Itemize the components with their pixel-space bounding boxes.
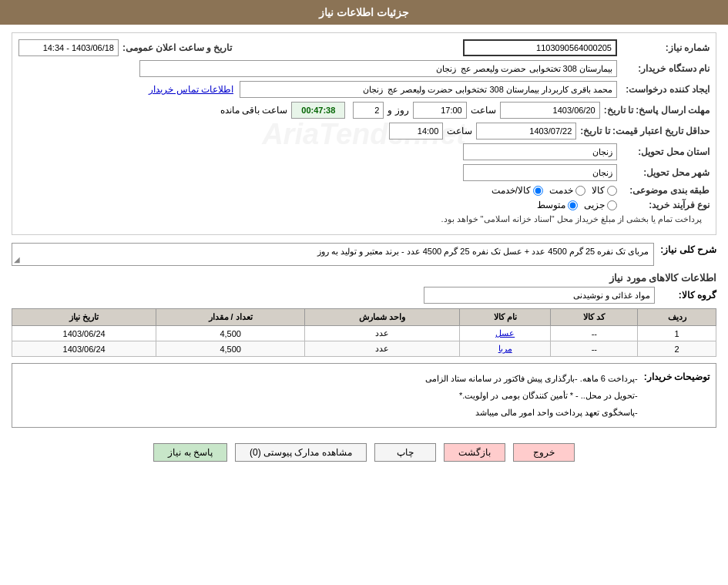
radio-khedmat-input[interactable]	[575, 186, 585, 196]
ettelaat-link[interactable]: اطلاعات تماس خریدار	[149, 84, 233, 95]
bazgasht-button[interactable]: بازگشت	[444, 443, 505, 462]
ostan-label: استان محل تحویل:	[617, 146, 710, 157]
tozihat-line: -پاسخگوی تعهد پرداخت واحد امور مالی میبا…	[18, 404, 638, 421]
mohlat-saat-input[interactable]	[413, 102, 467, 119]
cell-name[interactable]: مربا	[460, 341, 551, 357]
row-hadaqal: حداقل تاریخ اعتبار قیمت: تا تاریخ: ساعت	[18, 123, 710, 140]
page-title: جزئیات اطلاعات نیاز	[319, 6, 409, 18]
page-header: جزئیات اطلاعات نیاز	[0, 0, 728, 25]
cell-kod: --	[551, 341, 638, 357]
hadaqal-date-input[interactable]	[476, 123, 576, 140]
col-name: نام کالا	[460, 309, 551, 326]
row-ostan: استان محل تحویل:	[18, 143, 710, 160]
sharh-box: مربای تک نفره 25 گرم 4500 عدد + عسل تک ن…	[12, 243, 654, 266]
table-row: 1 -- عسل عدد 4,500 1403/06/24	[12, 326, 716, 341]
tozihat-section: توضیحات خریدار: -پرداخت 6 ماهه. -بارگذار…	[12, 363, 716, 428]
goroh-kala-label: گروه کالا:	[655, 290, 716, 301]
cell-kod: --	[551, 326, 638, 341]
col-tarikh: تاریخ نیاز	[12, 309, 156, 326]
tozihat-content: -پرداخت 6 ماهه. -بارگذاری پیش فاکتور در …	[18, 370, 638, 421]
radio-kala[interactable]: کالا	[592, 185, 617, 196]
resize-icon: ◢	[14, 255, 20, 264]
pardakht-text: پرداخت تمام یا بخشی از مبلغ خریداز محل "…	[441, 214, 702, 224]
row-ijad: ایجاد کننده درخواست: اطلاعات تماس خریدار	[18, 81, 710, 98]
saat-label: ساعت	[471, 105, 496, 116]
col-tedad: تعداد / مقدار	[156, 309, 305, 326]
dastgah-label: نام دستگاه خریدار:	[617, 63, 710, 74]
row-mohlat: مهلت ارسال پاسخ: تا تاریخ: ساعت روز و 00…	[18, 102, 710, 119]
cell-tarikh: 1403/06/24	[12, 341, 156, 357]
roz-label: روز و	[387, 105, 408, 116]
mohlat-roz-input[interactable]	[353, 102, 384, 119]
sharh-row: شرح کلی نیاز: مربای تک نفره 25 گرم 4500 …	[12, 243, 716, 266]
moshahed-button[interactable]: مشاهده مدارک پیوستی (0)	[235, 443, 367, 462]
table-body: 1 -- عسل عدد 4,500 1403/06/24 2 -- مربا …	[12, 326, 716, 357]
shomara-label: شماره نیاز:	[617, 42, 710, 53]
cell-vahed: عدد	[305, 326, 460, 341]
cell-tarikh: 1403/06/24	[12, 326, 156, 341]
shahr-label: شهر محل تحویل:	[617, 167, 710, 178]
radio-motavaset-label: متوسط	[537, 200, 565, 210]
goroh-kala-input[interactable]	[424, 287, 655, 304]
radio-kala-khedmat-input[interactable]	[533, 186, 543, 196]
tozihat-row: توضیحات خریدار: -پرداخت 6 ماهه. -بارگذار…	[18, 370, 710, 421]
shomara-input[interactable]	[463, 39, 617, 56]
nove-label: نوع فرآیند خرید:	[617, 200, 710, 210]
sharh-label: شرح کلی نیاز:	[654, 243, 716, 255]
timer-value: 00:47:38	[301, 106, 335, 115]
table-header: ردیف کد کالا نام کالا واحد شمارش تعداد /…	[12, 309, 716, 326]
col-kod: کد کالا	[551, 309, 638, 326]
row-shahr: شهر محل تحویل:	[18, 164, 710, 181]
cell-tedad: 4,500	[156, 326, 305, 341]
radio-khedmat[interactable]: خدمت	[549, 185, 585, 196]
cell-tedad: 4,500	[156, 341, 305, 357]
baqi-label: ساعت باقی مانده	[220, 105, 288, 116]
row-shomara: شماره نیاز: تاریخ و ساعت اعلان عمومی:	[18, 39, 710, 56]
col-radif: ردیف	[638, 309, 716, 326]
radio-khedmat-label: خدمت	[549, 185, 573, 196]
cell-vahed: عدد	[305, 341, 460, 357]
radio-kala-khedmat-label: کالا/خدمت	[491, 185, 531, 196]
content-area: AriaTender.net شماره نیاز: تاریخ و ساعت …	[0, 25, 728, 481]
ijad-input[interactable]	[240, 81, 617, 98]
shahr-input[interactable]	[463, 164, 617, 181]
radio-jozii[interactable]: جزیی	[584, 200, 617, 210]
radio-jozii-label: جزیی	[584, 200, 605, 210]
kala-section-title: اطلاعات کالاهای مورد نیاز	[12, 272, 716, 284]
radio-motavaset[interactable]: متوسط	[537, 200, 578, 210]
pasokh-button[interactable]: پاسخ به نیاز	[153, 443, 227, 462]
radio-kala-label: کالا	[592, 185, 605, 196]
radio-kala-input[interactable]	[607, 186, 617, 196]
tabaqe-radio-group: کالا خدمت کالا/خدمت	[491, 185, 617, 196]
timer-box: 00:47:38	[291, 102, 345, 119]
hadaqal-label: حداقل تاریخ اعتبار قیمت: تا تاریخ:	[576, 126, 710, 136]
khoroj-button[interactable]: خروج	[513, 443, 575, 462]
dastgah-input[interactable]	[139, 60, 617, 77]
bottom-bar: پاسخ به نیاز مشاهده مدارک پیوستی (0) چاپ…	[12, 435, 716, 473]
radio-jozii-input[interactable]	[607, 200, 617, 210]
main-form: AriaTender.net شماره نیاز: تاریخ و ساعت …	[12, 32, 716, 235]
mohlat-label: مهلت ارسال پاسخ: تا تاریخ:	[600, 105, 710, 116]
col-vahed: واحد شمارش	[305, 309, 460, 326]
tabaqe-label: طبقه بندی موضوعی:	[617, 185, 710, 196]
row-nove: نوع فرآیند خرید: جزیی متوسط	[18, 200, 710, 210]
hadaqal-saat-input[interactable]	[389, 123, 443, 140]
ostan-input[interactable]	[463, 143, 617, 160]
mohlat-date-input[interactable]	[500, 102, 600, 119]
row-tabaqe: طبقه بندی موضوعی: کالا خدمت کالا/خدمت	[18, 185, 710, 196]
page-wrapper: جزئیات اطلاعات نیاز AriaTender.net شماره…	[0, 0, 728, 585]
ijad-label: ایجاد کننده درخواست:	[617, 84, 710, 95]
chap-button[interactable]: چاپ	[374, 443, 436, 462]
sharh-value: مربای تک نفره 25 گرم 4500 عدد + عسل تک ن…	[317, 247, 649, 256]
radio-motavaset-input[interactable]	[568, 200, 578, 210]
kala-table: ردیف کد کالا نام کالا واحد شمارش تعداد /…	[12, 308, 716, 357]
goroh-kala-row: گروه کالا:	[12, 287, 716, 304]
cell-radif: 1	[638, 326, 716, 341]
row-pardakht: پرداخت تمام یا بخشی از مبلغ خریداز محل "…	[18, 214, 710, 224]
radio-kala-khedmat[interactable]: کالا/خدمت	[491, 185, 543, 196]
tozihat-label: توضیحات خریدار:	[638, 370, 710, 382]
table-row: 2 -- مربا عدد 4,500 1403/06/24	[12, 341, 716, 357]
tarikh-input[interactable]	[18, 39, 119, 56]
cell-name[interactable]: عسل	[460, 326, 551, 341]
hadaqal-saat-label: ساعت	[447, 126, 472, 136]
